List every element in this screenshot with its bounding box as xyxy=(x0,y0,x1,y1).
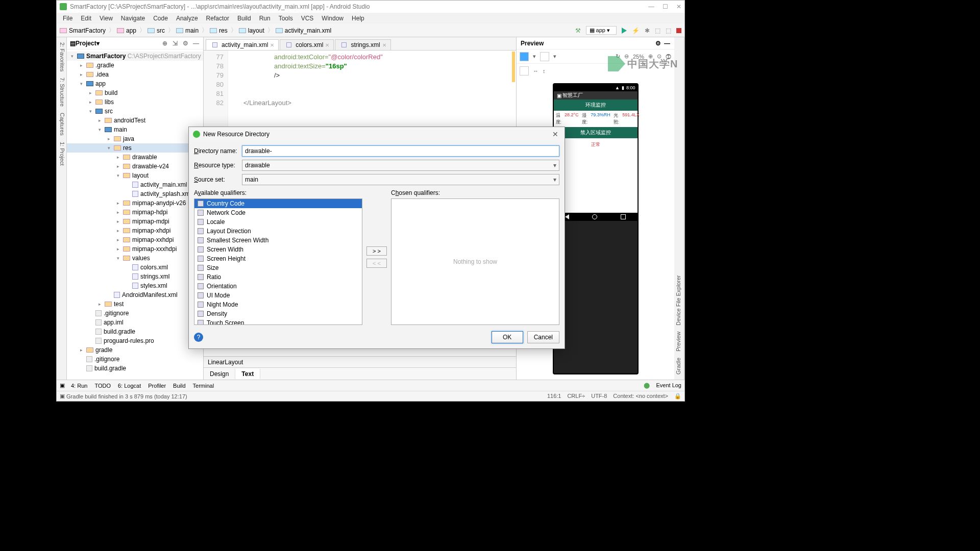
bottom-tool-button[interactable]: TODO xyxy=(94,383,111,389)
cancel-button[interactable]: Cancel xyxy=(527,331,559,343)
tree-item[interactable]: .gitignore xyxy=(67,309,203,318)
breadcrumb-item[interactable]: main xyxy=(176,27,199,34)
tool-tab[interactable]: 7: Structure xyxy=(58,78,65,107)
qualifier-item[interactable]: Smallest Screen Width xyxy=(194,236,362,245)
menu-file[interactable]: File xyxy=(59,15,77,22)
tree-item[interactable]: ▸mipmap-mdpi xyxy=(67,217,203,226)
tool-tab[interactable]: Captures xyxy=(58,113,65,136)
tree-item[interactable]: ▸.idea xyxy=(67,70,203,79)
zoom-fit-icon[interactable]: ⊙ xyxy=(657,53,662,60)
tool-window-toggle-icon[interactable]: ▣ xyxy=(60,382,65,389)
menu-window[interactable]: Window xyxy=(317,15,348,22)
breadcrumb-item[interactable]: SmartFactory xyxy=(60,27,106,34)
apply-changes-icon[interactable]: ⚡ xyxy=(632,27,640,34)
lock-icon[interactable]: 🔒 xyxy=(674,393,681,399)
tree-item[interactable]: ▸test xyxy=(67,299,203,309)
directory-name-input[interactable] xyxy=(242,145,559,157)
qualifier-item[interactable]: Night Mode xyxy=(194,300,362,309)
tree-item[interactable]: ▸mipmap-hdpi xyxy=(67,208,203,217)
collapse-all-icon[interactable]: ⇲ xyxy=(173,40,180,47)
debug-icon[interactable]: ✱ xyxy=(645,27,650,34)
tree-root[interactable]: ▾SmartFactory C:\ASProject\SmartFactory xyxy=(67,52,203,61)
tool-tab[interactable]: Gradle xyxy=(675,358,683,374)
tree-item[interactable]: ▸mipmap-anydpi-v26 xyxy=(67,198,203,208)
surface-icon[interactable] xyxy=(520,52,529,61)
bottom-tool-button[interactable]: Profiler xyxy=(148,383,166,389)
stop-button[interactable] xyxy=(676,28,681,33)
tree-item[interactable]: ▾app xyxy=(67,79,203,88)
tree-item[interactable]: ▾main xyxy=(67,125,203,134)
bottom-tool-button[interactable]: Build xyxy=(173,383,185,389)
orientation-icon[interactable] xyxy=(540,52,549,61)
breadcrumb-item[interactable]: src xyxy=(148,27,165,34)
add-qualifier-button[interactable]: > > xyxy=(366,246,387,256)
refresh-icon[interactable]: ↻ xyxy=(616,53,620,60)
menu-refactor[interactable]: Refactor xyxy=(202,15,233,22)
tree-item[interactable]: ▸mipmap-xxxhdpi xyxy=(67,244,203,254)
qualifier-item[interactable]: UI Mode xyxy=(194,291,362,300)
tree-item[interactable]: ▸mipmap-xxhdpi xyxy=(67,235,203,244)
tree-item[interactable]: ▸androidTest xyxy=(67,116,203,125)
window-minimize-icon[interactable]: — xyxy=(648,3,654,10)
tree-item[interactable]: AndroidManifest.xml xyxy=(67,290,203,299)
menu-vcs[interactable]: VCS xyxy=(297,15,318,22)
bottom-tool-button[interactable]: Terminal xyxy=(193,383,214,389)
tree-item[interactable]: ▸.gradle xyxy=(67,61,203,70)
menu-analyze[interactable]: Analyze xyxy=(172,15,202,22)
tree-item[interactable]: ▾layout xyxy=(67,171,203,180)
qualifier-item[interactable]: Locale xyxy=(194,217,362,227)
tree-item[interactable]: proguard-rules.pro xyxy=(67,336,203,345)
menu-edit[interactable]: Edit xyxy=(77,15,95,22)
project-tree[interactable]: ▾SmartFactory C:\ASProject\SmartFactory▸… xyxy=(67,49,203,380)
editor-tab[interactable]: colors.xml✕ xyxy=(280,39,334,50)
scroll-from-source-icon[interactable]: ⊕ xyxy=(162,40,169,47)
breadcrumb-item[interactable]: app xyxy=(117,27,136,34)
qualifier-item[interactable]: Density xyxy=(194,309,362,318)
window-maximize-icon[interactable]: ☐ xyxy=(663,3,668,10)
tree-item[interactable]: ▾res xyxy=(67,143,203,153)
source-set-select[interactable] xyxy=(242,174,559,185)
tree-item[interactable]: ▸mipmap-xhdpi xyxy=(67,226,203,235)
menu-code[interactable]: Code xyxy=(149,15,172,22)
bottom-tool-button[interactable]: 4: Run xyxy=(71,383,87,389)
profile-icon[interactable]: ⬚ xyxy=(655,27,660,34)
run-configuration-selector[interactable]: ▦ app ▾ xyxy=(586,26,617,35)
tree-item[interactable]: ▸libs xyxy=(67,97,203,107)
dialog-close-icon[interactable]: ✕ xyxy=(550,130,560,138)
tree-item[interactable]: ▸java xyxy=(67,134,203,143)
menu-view[interactable]: View xyxy=(95,15,117,22)
qualifier-item[interactable]: Network Code xyxy=(194,208,362,217)
ok-button[interactable]: OK xyxy=(492,331,523,343)
help-icon[interactable]: ? xyxy=(194,333,203,342)
bottom-tool-button[interactable]: 6: Logcat xyxy=(118,383,141,389)
chosen-qualifiers-list[interactable]: Nothing to show xyxy=(391,198,559,325)
editor-mode-tab[interactable]: Design xyxy=(204,369,235,379)
tree-item[interactable]: strings.xml xyxy=(67,272,203,281)
window-close-icon[interactable]: ✕ xyxy=(676,3,681,10)
tree-item[interactable]: ▾src xyxy=(67,107,203,116)
editor-tab[interactable]: strings.xml✕ xyxy=(335,39,390,50)
settings-icon[interactable]: ⚙ xyxy=(183,40,190,47)
attach-debugger-icon[interactable]: ⬚ xyxy=(666,27,671,34)
available-qualifiers-list[interactable]: Country CodeNetwork CodeLocaleLayout Dir… xyxy=(194,198,362,325)
qualifier-item[interactable]: Screen Width xyxy=(194,245,362,254)
tool-tab[interactable]: 1: Project xyxy=(58,142,65,165)
preview-settings-icon[interactable]: ⚙ xyxy=(655,40,661,47)
tree-item[interactable]: colors.xml xyxy=(67,263,203,272)
event-log-button[interactable]: Event Log xyxy=(656,382,681,389)
zoom-out-icon[interactable]: ⊖ xyxy=(624,53,629,60)
editor-tab[interactable]: activity_main.xml✕ xyxy=(206,39,279,50)
tree-item[interactable]: .gitignore xyxy=(67,355,203,364)
tree-item[interactable]: activity_splash.xml xyxy=(67,189,203,198)
tree-item[interactable]: app.iml xyxy=(67,318,203,327)
qualifier-item[interactable]: Layout Direction xyxy=(194,227,362,236)
tree-item[interactable]: ▸gradle xyxy=(67,345,203,355)
resource-type-select[interactable] xyxy=(242,160,559,171)
warnings-icon[interactable]: ⓵ xyxy=(666,54,671,60)
tool-tab[interactable]: 2: Favorites xyxy=(58,42,65,71)
tree-item[interactable]: build.gradle xyxy=(67,327,203,336)
menu-build[interactable]: Build xyxy=(233,15,255,22)
qualifier-item[interactable]: Size xyxy=(194,263,362,272)
qualifier-item[interactable]: Touch Screen xyxy=(194,318,362,325)
breadcrumb-item[interactable]: activity_main.xml xyxy=(276,27,331,34)
